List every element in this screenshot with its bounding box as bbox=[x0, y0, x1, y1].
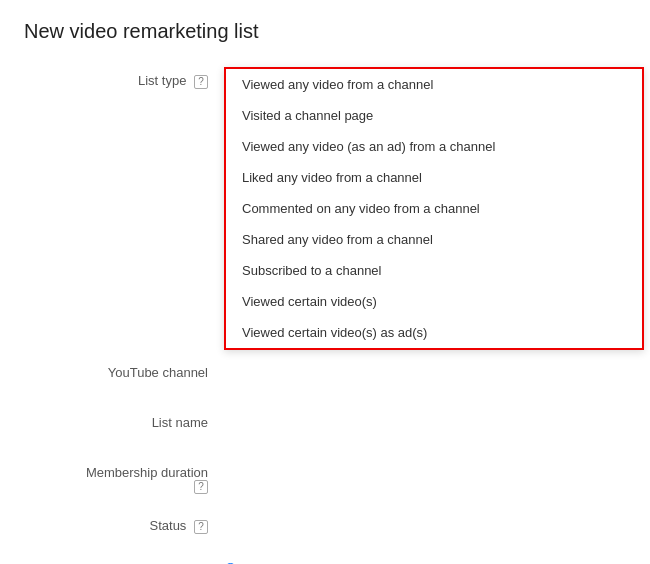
dropdown-option-2[interactable]: Viewed any video (as an ad) from a chann… bbox=[226, 131, 642, 162]
list-name-label: List name bbox=[24, 409, 224, 430]
list-type-help-icon[interactable]: ? bbox=[194, 75, 208, 89]
dropdown-option-0[interactable]: Viewed any video from a channel bbox=[226, 69, 642, 100]
membership-duration-label: Membership duration ? bbox=[24, 459, 224, 494]
status-help-icon[interactable]: ? bbox=[194, 520, 208, 534]
dropdown-option-6[interactable]: Subscribed to a channel bbox=[226, 255, 642, 286]
dropdown-option-4[interactable]: Commented on any video from a channel bbox=[226, 193, 642, 224]
list-type-control: Viewed any video from a channel ▼ Viewed… bbox=[224, 67, 626, 97]
list-type-row: List type ? Viewed any video from a chan… bbox=[24, 67, 626, 99]
dropdown-menu: Viewed any video from a channel Visited … bbox=[224, 67, 644, 350]
youtube-channel-row: YouTube channel bbox=[24, 359, 626, 391]
dropdown-option-1[interactable]: Visited a channel page bbox=[226, 100, 642, 131]
dropdown-option-8[interactable]: Viewed certain video(s) as ad(s) bbox=[226, 317, 642, 348]
dropdown-option-5[interactable]: Shared any video from a channel bbox=[226, 224, 642, 255]
status-label: Status ? bbox=[24, 512, 224, 534]
list-type-label: List type ? bbox=[24, 67, 224, 89]
page-title: New video remarketing list bbox=[24, 20, 626, 43]
status-row: Status ? bbox=[24, 512, 626, 544]
dropdown-option-3[interactable]: Liked any video from a channel bbox=[226, 162, 642, 193]
list-name-row: List name bbox=[24, 409, 626, 441]
dropdown-option-7[interactable]: Viewed certain video(s) bbox=[226, 286, 642, 317]
membership-duration-row: Membership duration ? bbox=[24, 459, 626, 494]
membership-help-icon[interactable]: ? bbox=[194, 480, 208, 494]
youtube-channel-label: YouTube channel bbox=[24, 359, 224, 380]
